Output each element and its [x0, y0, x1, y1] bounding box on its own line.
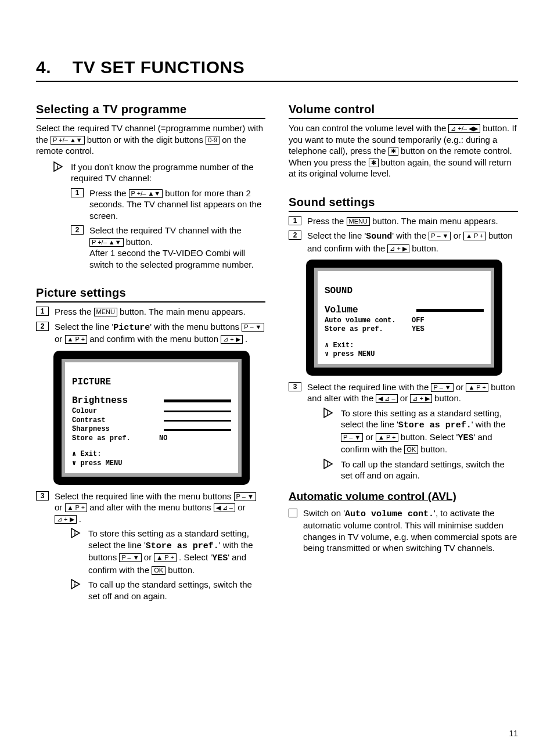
- osd-label: Contrast: [72, 416, 159, 426]
- step-row: 3 Select the required line with the menu…: [36, 491, 265, 525]
- key-p-plusminus-arrows: P +/– ▲▼: [51, 136, 85, 145]
- key-up-p-plus: ▲ P +: [463, 232, 486, 240]
- avl-row: Switch on 'Auto volume cont.', to activa…: [289, 507, 518, 554]
- osd-label: Auto volume cont.: [325, 316, 412, 326]
- step-text: Select the line 'Picture' with the menu …: [55, 321, 265, 345]
- svg-marker-6: [71, 579, 80, 589]
- text: ∨ press MENU: [325, 350, 484, 359]
- osd-value: NO: [159, 434, 182, 444]
- key-vol-plus-right: ⊿ + ▶: [387, 244, 409, 253]
- text: or: [456, 382, 466, 392]
- section-selecting-programme: Selecting a TV programme Select the requ…: [36, 102, 265, 270]
- text: button.: [434, 393, 461, 403]
- heading-volume-control: Volume control: [289, 102, 518, 119]
- right-column: Volume control You can control the volum…: [289, 102, 518, 617]
- step-number: 3: [289, 382, 301, 391]
- osd-title: SOUND: [325, 285, 484, 297]
- osd-value: OFF: [412, 316, 435, 326]
- section-sound-settings: Sound settings 1 Press the MENU button. …: [289, 195, 518, 554]
- svg-rect-14: [327, 463, 328, 466]
- osd-row: Store as pref. YES: [325, 325, 484, 334]
- osd-label: Store as pref.: [72, 434, 159, 444]
- osd-label: Volume: [325, 304, 412, 316]
- svg-marker-12: [324, 459, 332, 469]
- tip-row: If you don't know the programme number o…: [36, 161, 265, 184]
- key-vol-plusminus-leftright: ⊿ +/– ◀▶: [448, 124, 480, 133]
- step-row: 3 Select the required line with the P – …: [289, 381, 518, 404]
- menu-name: Store as pref.: [146, 541, 219, 551]
- osd-bar: [416, 309, 484, 312]
- osd-title: PICTURE: [72, 376, 231, 388]
- chapter-number: 4.: [36, 56, 67, 78]
- key-vol-plus-right: ⊿ + ▶: [221, 335, 243, 344]
- osd-value: YES: [412, 325, 435, 334]
- heading-picture-settings: Picture settings: [36, 285, 265, 303]
- text: button.: [420, 444, 447, 454]
- osd-row: Contrast: [72, 416, 231, 426]
- step-number: 2: [289, 231, 301, 240]
- key-p-minus-down: P – ▼: [429, 232, 451, 240]
- menu-value: YES: [458, 433, 473, 443]
- svg-rect-11: [327, 412, 328, 415]
- text: or: [55, 502, 65, 512]
- key-p-minus-down: P – ▼: [119, 553, 141, 562]
- text: ' with the menu buttons: [150, 322, 242, 332]
- key-digits-09: 0-9: [206, 136, 220, 145]
- svg-rect-5: [74, 532, 75, 535]
- key-ok: OK: [152, 566, 166, 575]
- text: button. Select ': [401, 432, 458, 442]
- step-row: 1 Press the MENU button. The main menu a…: [289, 215, 518, 227]
- step-number: 1: [289, 216, 301, 225]
- osd-label: Brightness: [72, 395, 159, 407]
- menu-name: Store as pref.: [398, 420, 472, 430]
- tip-row: To call up the standard settings, switch…: [289, 459, 518, 481]
- menu-value: YES: [212, 553, 228, 563]
- section-picture-settings: Picture settings 1 Press the MENU button…: [36, 285, 265, 602]
- osd-row: Volume: [325, 304, 484, 316]
- chapter-heading: 4. TV SET FUNCTIONS: [36, 56, 518, 82]
- step-text: Select the required line with the P – ▼ …: [307, 381, 518, 404]
- key-up-p-plus: ▲ P +: [65, 335, 88, 344]
- osd-bar: [164, 411, 231, 412]
- menu-name: Auto volume cont.: [345, 509, 434, 519]
- text: button or with the digit buttons: [87, 135, 206, 145]
- heading-selecting-programme: Selecting a TV programme: [36, 102, 265, 119]
- osd-sound: SOUND Volume Auto volume cont. OFF Store…: [306, 260, 502, 376]
- text: button. The main menu appears.: [372, 216, 498, 226]
- key-ok: OK: [404, 445, 418, 454]
- key-up-p-plus: ▲ P +: [376, 433, 398, 442]
- key-p-minus-down: P – ▼: [431, 383, 453, 392]
- osd-row: Sharpness: [72, 425, 231, 434]
- text: Select the required line with the menu b…: [55, 491, 234, 501]
- text: Select the required line with the: [307, 382, 431, 392]
- text: After 1 second the TV-VIDEO Combi will s…: [89, 248, 254, 269]
- key-up-p-plus: ▲ P +: [65, 503, 88, 512]
- step-text: Select the required TV channel with the …: [89, 225, 265, 270]
- info-arrow-icon: [53, 161, 65, 172]
- text: button. The main menu appears.: [120, 307, 246, 316]
- tip-text: To store this setting as a standard sett…: [88, 528, 265, 575]
- text: or: [400, 393, 411, 403]
- avl-text: Switch on 'Auto volume cont.', to activa…: [303, 507, 518, 554]
- text: ∨ press MENU: [72, 459, 231, 469]
- osd-bar: [164, 420, 231, 422]
- key-p-minus-down: P – ▼: [242, 323, 264, 332]
- menu-name: Sound: [366, 232, 392, 242]
- text: or: [144, 552, 154, 562]
- heading-avl: Automatic volume control (AVL): [289, 489, 518, 504]
- svg-marker-9: [324, 408, 332, 417]
- text: or: [365, 432, 376, 442]
- tip-text: To store this setting as a standard sett…: [341, 408, 518, 455]
- tip-text: To call up the standard settings, switch…: [88, 579, 265, 602]
- key-vol-plus-right: ⊿ + ▶: [410, 394, 432, 403]
- svg-point-7: [74, 582, 75, 583]
- svg-marker-0: [54, 162, 62, 171]
- text: Select the required TV channel with the: [89, 225, 242, 235]
- osd-label: Sharpness: [72, 425, 159, 434]
- text: .: [79, 514, 81, 524]
- checkbox-icon: [289, 509, 297, 517]
- osd-bar: [164, 429, 231, 431]
- heading-sound-settings: Sound settings: [289, 195, 518, 212]
- info-arrow-icon: [71, 579, 82, 589]
- key-menu: MENU: [347, 217, 370, 226]
